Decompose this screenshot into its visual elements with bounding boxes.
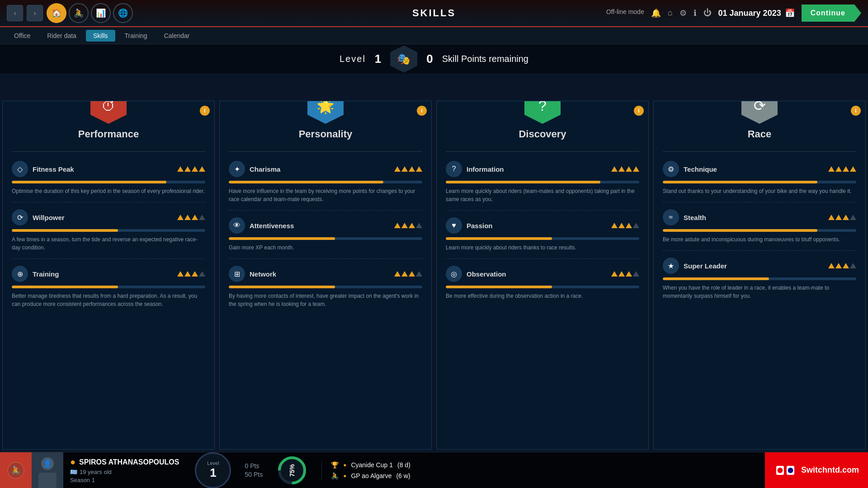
passion-bar: [446, 237, 639, 240]
star-2: [618, 271, 625, 277]
personality-title: Personality: [299, 128, 353, 140]
pts-current: 0 Pts: [245, 462, 263, 469]
nav-globe-icon[interactable]: 🌐: [113, 3, 133, 23]
skill-network: ⊞ Network By having more contacts of int…: [229, 259, 422, 315]
passion-desc: Learn more quickly about riders thanks t…: [446, 244, 639, 252]
star-2: [618, 223, 625, 228]
discovery-header: ? Discovery: [446, 110, 639, 142]
stealth-bar-container: [663, 229, 856, 232]
rider-season: Season 1: [70, 477, 179, 483]
attentiveness-bar: [229, 237, 422, 240]
bell-icon[interactable]: 🔔: [651, 8, 661, 18]
super-leader-stars: [828, 263, 856, 268]
tab-rider-data[interactable]: Rider data: [40, 30, 84, 42]
network-desc: By having more contacts of interest, hav…: [229, 292, 422, 308]
sub-nav: Office Rider data Skills Training Calend…: [0, 27, 868, 44]
stealth-name: Stealth: [684, 214, 824, 221]
discovery-title: Discovery: [519, 128, 566, 140]
attentiveness-stars: [394, 223, 422, 228]
skill-points-label: Skill Points remaining: [442, 54, 528, 64]
level-circle: Level 1: [195, 452, 231, 488]
nav-prev[interactable]: ‹: [7, 5, 23, 21]
skill-header: ⚙ Technique: [663, 161, 856, 177]
fitness-peak-stars: [177, 166, 205, 172]
info-badge-race[interactable]: i: [851, 106, 861, 116]
nav-home-icon[interactable]: 🏠: [47, 3, 66, 23]
rider-name: ● SPIROS ATHANASOPOULOS: [70, 457, 179, 467]
star-4: [416, 271, 422, 277]
training-bar-container: [12, 286, 205, 288]
calendar-icon[interactable]: 📅: [785, 8, 795, 18]
stealth-icon: ≈: [663, 209, 679, 225]
willpower-bar-container: [12, 229, 205, 232]
skill-fitness-peak: ◇ Fitness Peak Optimise the duration of …: [12, 154, 205, 202]
skill-technique: ⚙ Technique Stand out thanks to your und…: [663, 154, 856, 202]
race-item-1: 🚴 ● GP ao Algarve (6 w): [331, 472, 756, 479]
tab-training[interactable]: Training: [118, 30, 155, 42]
technique-bar: [663, 181, 856, 183]
star-1: [177, 215, 184, 220]
offline-mode-label: Off-line mode: [606, 8, 644, 18]
passion-name: Passion: [467, 222, 607, 230]
tab-calendar[interactable]: Calendar: [157, 30, 197, 42]
discovery-hex-icon: ?: [524, 101, 561, 124]
nav-stats-icon[interactable]: 📊: [91, 3, 111, 23]
personality-hex-icon: 🌟: [307, 101, 344, 124]
star-1: [611, 166, 618, 172]
training-icon: ⊕: [12, 266, 28, 282]
pts-next: 50 Pts: [245, 471, 263, 478]
power-icon[interactable]: ⏻: [703, 8, 712, 18]
home-icon[interactable]: ⌂: [668, 8, 673, 18]
skill-header: ⟳ Willpower: [12, 209, 205, 225]
rider-avatar-hex: 🎭: [390, 46, 417, 73]
charisma-bar-container: [229, 181, 422, 183]
rider-status-dot: ●: [70, 457, 75, 467]
rider-photo: 👤: [32, 452, 63, 488]
star-3: [626, 223, 632, 228]
divider: [663, 151, 856, 152]
star-1: [394, 166, 401, 172]
passion-icon: ♥: [446, 217, 462, 234]
passion-bar-container: [446, 237, 639, 240]
super-leader-bar: [663, 277, 856, 280]
willpower-desc: A few times in a season, turn the tide a…: [12, 235, 205, 252]
race-name-0: Cyanide Cup 1: [351, 461, 393, 469]
rider-info: ● SPIROS ATHANASOPOULOS 🇬🇷 19 years old …: [63, 452, 186, 488]
skill-header: ♥ Passion: [446, 217, 639, 234]
stealth-desc: Be more astute and inconspicuous during …: [663, 235, 856, 244]
tab-office[interactable]: Office: [7, 30, 38, 42]
nav-rider-icon[interactable]: 🚴: [69, 3, 89, 23]
race-detail-0: (8 d): [397, 461, 410, 469]
pts-info: 0 Pts 50 Pts: [245, 462, 263, 478]
star-2: [835, 166, 842, 172]
info-icon[interactable]: ℹ: [693, 8, 697, 18]
card-race: i ⟳ Race ⚙ Technique Stand out thanks to…: [653, 101, 866, 450]
top-icons: Off-line mode 🔔 ⌂ ⚙ ℹ ⏻: [606, 8, 712, 18]
information-desc: Learn more quickly about riders (team-ma…: [446, 187, 639, 203]
skill-information: ? Information Learn more quickly about r…: [446, 154, 639, 211]
divider: [229, 151, 422, 152]
gear-icon[interactable]: ⚙: [679, 8, 687, 18]
star-4: [633, 166, 639, 172]
tab-skills[interactable]: Skills: [86, 30, 115, 42]
race-hex-icon: ⟳: [741, 101, 778, 124]
star-1: [828, 166, 835, 172]
star-2: [835, 263, 842, 268]
race-info: 🏆 ● Cyanide Cup 1 (8 d) 🚴 ● GP ao Algarv…: [321, 461, 765, 479]
nav-next[interactable]: ›: [27, 5, 43, 21]
info-badge-personality[interactable]: i: [417, 106, 427, 116]
continue-button[interactable]: Continue: [802, 5, 861, 22]
level-circle-label: Level: [207, 460, 219, 466]
card-discovery: i ? Discovery ? Information Learn more q…: [436, 101, 649, 450]
skill-charisma: ✦ Charisma Have more influence in the te…: [229, 154, 422, 211]
star-1: [611, 223, 618, 228]
training-name: Training: [33, 270, 173, 278]
level-label: Level: [340, 54, 366, 64]
star-1: [177, 271, 184, 277]
observation-stars: [611, 271, 639, 277]
info-badge-performance[interactable]: i: [200, 106, 210, 116]
observation-name: Observation: [467, 270, 607, 278]
super-leader-bar-container: [663, 277, 856, 280]
info-badge-discovery[interactable]: i: [634, 106, 644, 116]
star-2: [184, 215, 191, 220]
